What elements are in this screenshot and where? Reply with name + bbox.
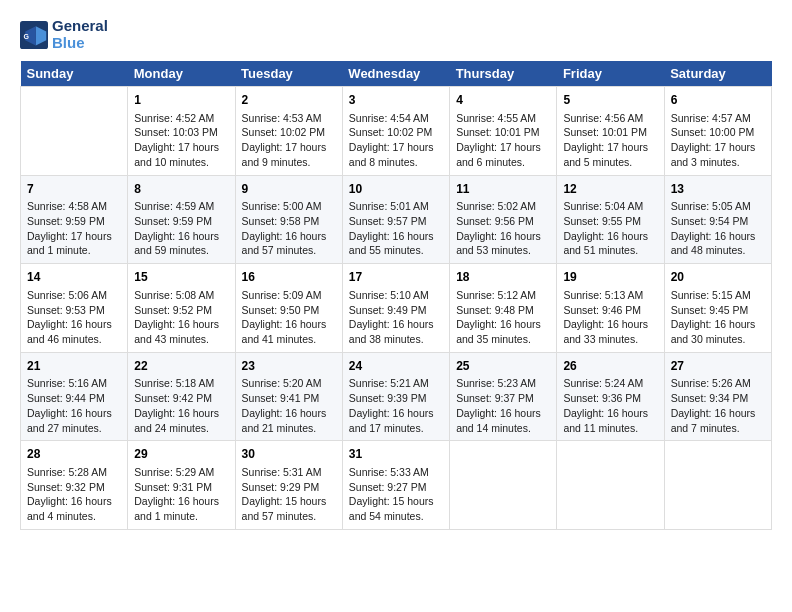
cell-info: and 1 minute. <box>134 509 228 524</box>
calendar-week-row: 1Sunrise: 4:52 AMSunset: 10:03 PMDayligh… <box>21 87 772 176</box>
cell-info: Daylight: 16 hours <box>456 229 550 244</box>
calendar-cell: 20Sunrise: 5:15 AMSunset: 9:45 PMDayligh… <box>664 264 771 353</box>
cell-info: Daylight: 17 hours <box>27 229 121 244</box>
cell-info: Sunset: 9:36 PM <box>563 391 657 406</box>
cell-info: and 55 minutes. <box>349 243 443 258</box>
cell-info: Daylight: 16 hours <box>134 317 228 332</box>
calendar-cell <box>21 87 128 176</box>
cell-info: Sunrise: 5:33 AM <box>349 465 443 480</box>
cell-info: and 48 minutes. <box>671 243 765 258</box>
calendar-header-tuesday: Tuesday <box>235 61 342 87</box>
calendar-header-monday: Monday <box>128 61 235 87</box>
calendar-cell: 25Sunrise: 5:23 AMSunset: 9:37 PMDayligh… <box>450 352 557 441</box>
day-number: 17 <box>349 269 443 286</box>
cell-info: Daylight: 16 hours <box>27 406 121 421</box>
cell-info: Daylight: 16 hours <box>349 229 443 244</box>
cell-info: Sunrise: 5:21 AM <box>349 376 443 391</box>
day-number: 27 <box>671 358 765 375</box>
calendar-cell: 16Sunrise: 5:09 AMSunset: 9:50 PMDayligh… <box>235 264 342 353</box>
calendar-cell: 27Sunrise: 5:26 AMSunset: 9:34 PMDayligh… <box>664 352 771 441</box>
cell-info: Daylight: 16 hours <box>456 317 550 332</box>
cell-info: and 41 minutes. <box>242 332 336 347</box>
calendar-cell: 18Sunrise: 5:12 AMSunset: 9:48 PMDayligh… <box>450 264 557 353</box>
cell-info: Sunrise: 5:00 AM <box>242 199 336 214</box>
calendar-cell: 13Sunrise: 5:05 AMSunset: 9:54 PMDayligh… <box>664 175 771 264</box>
calendar-header-thursday: Thursday <box>450 61 557 87</box>
cell-info: Daylight: 16 hours <box>671 317 765 332</box>
calendar-header-sunday: Sunday <box>21 61 128 87</box>
day-number: 1 <box>134 92 228 109</box>
calendar-cell: 24Sunrise: 5:21 AMSunset: 9:39 PMDayligh… <box>342 352 449 441</box>
cell-info: Sunset: 9:34 PM <box>671 391 765 406</box>
cell-info: and 3 minutes. <box>671 155 765 170</box>
calendar-header-row: SundayMondayTuesdayWednesdayThursdayFrid… <box>21 61 772 87</box>
calendar-cell: 10Sunrise: 5:01 AMSunset: 9:57 PMDayligh… <box>342 175 449 264</box>
cell-info: Sunset: 9:45 PM <box>671 303 765 318</box>
cell-info: Daylight: 16 hours <box>27 317 121 332</box>
calendar-cell: 4Sunrise: 4:55 AMSunset: 10:01 PMDayligh… <box>450 87 557 176</box>
cell-info: and 54 minutes. <box>349 509 443 524</box>
cell-info: and 30 minutes. <box>671 332 765 347</box>
cell-info: Sunset: 10:01 PM <box>563 125 657 140</box>
cell-info: and 59 minutes. <box>134 243 228 258</box>
cell-info: and 9 minutes. <box>242 155 336 170</box>
cell-info: Sunrise: 5:20 AM <box>242 376 336 391</box>
cell-info: Sunset: 9:31 PM <box>134 480 228 495</box>
cell-info: and 11 minutes. <box>563 421 657 436</box>
day-number: 23 <box>242 358 336 375</box>
cell-info: Sunset: 9:58 PM <box>242 214 336 229</box>
svg-text:G: G <box>24 32 30 39</box>
cell-info: Sunrise: 5:09 AM <box>242 288 336 303</box>
cell-info: Daylight: 17 hours <box>563 140 657 155</box>
cell-info: Sunset: 9:54 PM <box>671 214 765 229</box>
calendar-cell: 14Sunrise: 5:06 AMSunset: 9:53 PMDayligh… <box>21 264 128 353</box>
calendar-cell: 11Sunrise: 5:02 AMSunset: 9:56 PMDayligh… <box>450 175 557 264</box>
calendar-cell: 7Sunrise: 4:58 AMSunset: 9:59 PMDaylight… <box>21 175 128 264</box>
cell-info: and 24 minutes. <box>134 421 228 436</box>
day-number: 4 <box>456 92 550 109</box>
cell-info: and 53 minutes. <box>456 243 550 258</box>
cell-info: Sunset: 9:41 PM <box>242 391 336 406</box>
calendar-cell: 31Sunrise: 5:33 AMSunset: 9:27 PMDayligh… <box>342 441 449 530</box>
calendar-cell: 1Sunrise: 4:52 AMSunset: 10:03 PMDayligh… <box>128 87 235 176</box>
cell-info: Sunset: 10:02 PM <box>349 125 443 140</box>
cell-info: Daylight: 16 hours <box>563 317 657 332</box>
cell-info: Daylight: 17 hours <box>456 140 550 155</box>
day-number: 12 <box>563 181 657 198</box>
cell-info: and 57 minutes. <box>242 509 336 524</box>
cell-info: Sunrise: 5:05 AM <box>671 199 765 214</box>
calendar-cell: 5Sunrise: 4:56 AMSunset: 10:01 PMDayligh… <box>557 87 664 176</box>
cell-info: Daylight: 16 hours <box>349 317 443 332</box>
calendar-header-wednesday: Wednesday <box>342 61 449 87</box>
cell-info: Daylight: 16 hours <box>563 406 657 421</box>
logo-text: General Blue <box>52 18 108 51</box>
calendar-cell: 3Sunrise: 4:54 AMSunset: 10:02 PMDayligh… <box>342 87 449 176</box>
cell-info: Sunset: 9:55 PM <box>563 214 657 229</box>
calendar-cell: 26Sunrise: 5:24 AMSunset: 9:36 PMDayligh… <box>557 352 664 441</box>
cell-info: and 14 minutes. <box>456 421 550 436</box>
cell-info: Daylight: 16 hours <box>27 494 121 509</box>
cell-info: Sunset: 9:48 PM <box>456 303 550 318</box>
cell-info: Sunrise: 5:15 AM <box>671 288 765 303</box>
day-number: 30 <box>242 446 336 463</box>
cell-info: Daylight: 17 hours <box>671 140 765 155</box>
cell-info: Sunrise: 4:54 AM <box>349 111 443 126</box>
cell-info: Sunset: 10:02 PM <box>242 125 336 140</box>
cell-info: Daylight: 15 hours <box>242 494 336 509</box>
calendar-cell: 30Sunrise: 5:31 AMSunset: 9:29 PMDayligh… <box>235 441 342 530</box>
cell-info: Sunset: 9:59 PM <box>27 214 121 229</box>
cell-info: and 38 minutes. <box>349 332 443 347</box>
calendar-cell: 15Sunrise: 5:08 AMSunset: 9:52 PMDayligh… <box>128 264 235 353</box>
cell-info: Sunset: 9:37 PM <box>456 391 550 406</box>
cell-info: Sunset: 10:00 PM <box>671 125 765 140</box>
cell-info: Sunset: 9:59 PM <box>134 214 228 229</box>
day-number: 29 <box>134 446 228 463</box>
calendar-week-row: 14Sunrise: 5:06 AMSunset: 9:53 PMDayligh… <box>21 264 772 353</box>
day-number: 13 <box>671 181 765 198</box>
calendar-cell: 29Sunrise: 5:29 AMSunset: 9:31 PMDayligh… <box>128 441 235 530</box>
cell-info: Sunset: 10:03 PM <box>134 125 228 140</box>
cell-info: Daylight: 17 hours <box>134 140 228 155</box>
cell-info: Sunset: 9:27 PM <box>349 480 443 495</box>
cell-info: Daylight: 17 hours <box>242 140 336 155</box>
cell-info: Sunrise: 5:29 AM <box>134 465 228 480</box>
